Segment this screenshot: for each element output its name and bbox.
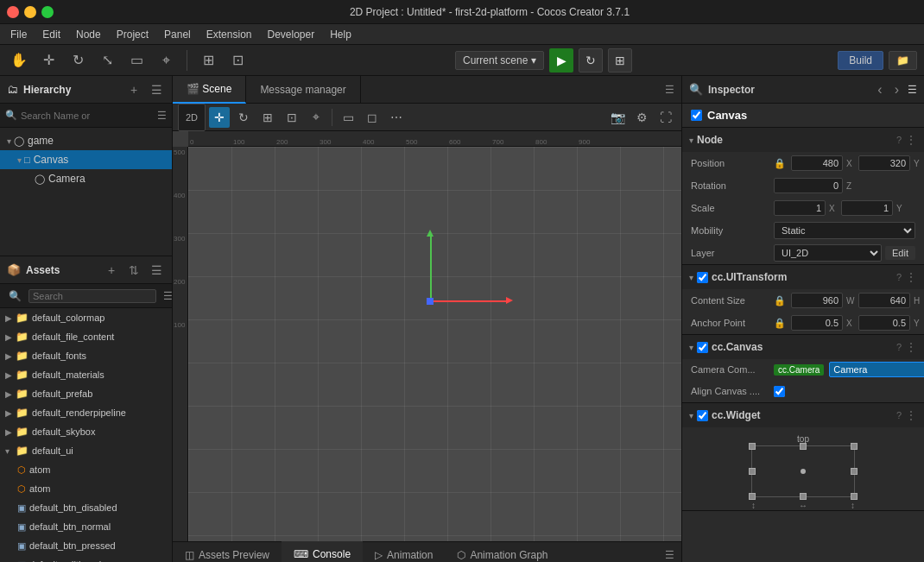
canvas-help-btn[interactable]: ? [896,342,902,352]
asset-atom-2[interactable]: ⬡ atom [0,479,172,498]
build-btn[interactable]: Build [838,51,883,70]
bottom-panel-menu-btn[interactable]: ☰ [658,549,681,561]
local-btn[interactable]: ⊞ [196,48,220,73]
tab-assets-preview[interactable]: ◫ Assets Preview [173,541,282,562]
minimize-btn[interactable]: − [24,6,36,18]
tab-animation-graph[interactable]: ⬡ Animation Graph [445,541,560,562]
anchor-btn[interactable]: ⌖ [306,107,326,128]
scene-canvas-area[interactable] [188,147,681,541]
widget-handle-mid-left[interactable] [749,468,756,475]
fullscreen-btn[interactable]: ⛶ [655,107,676,128]
canvas-section-header[interactable]: ▾ cc.Canvas ? ⋮ [682,335,924,359]
scene-menu-btn[interactable]: ☰ [658,84,681,96]
scene-view[interactable]: 0 100 200 300 400 500 600 700 800 900 50… [173,131,681,541]
maximize-btn[interactable]: + [41,6,54,18]
menu-developer[interactable]: Developer [260,27,321,42]
widget-enable-checkbox[interactable] [697,410,708,421]
widget-handle-top-mid[interactable] [800,443,807,450]
assets-menu-btn[interactable]: ☰ [148,263,165,277]
tree-item-game[interactable]: ▾ ◯ game [0,131,172,150]
asset-default-ui[interactable]: ▾ 📁 default_ui [0,441,172,460]
canvas-enable-checkbox[interactable] [691,110,702,121]
anchor-x-input[interactable] [791,315,843,331]
assets-add-btn[interactable]: + [103,263,120,277]
cam-btn[interactable]: 📷 [607,107,628,128]
asset-btn-normal[interactable]: ▣ default_btn_normal [0,517,172,536]
position-x-input[interactable] [791,155,843,171]
hierarchy-add-btn[interactable]: + [125,83,142,97]
rotation-z-input[interactable] [774,178,843,193]
close-btn[interactable]: × [7,6,19,18]
asset-btn-disabled[interactable]: ▣ default_btn_disabled [0,498,172,517]
canvas-enable-section-checkbox[interactable] [697,342,708,353]
settings-scene-btn[interactable]: ⚙ [631,107,652,128]
inspector-back-btn[interactable]: ‹ [874,82,885,98]
renderpipeline-arrow[interactable]: ▶ [5,408,16,418]
transform-tool-btn[interactable]: ⌖ [154,48,178,73]
widget-handle-bot-left[interactable] [749,493,756,500]
grid-btn[interactable]: ⊞ [608,48,632,73]
asset-editbox-bg[interactable]: ▣ default_editbox_bg [0,555,172,562]
play-btn[interactable]: ▶ [549,48,573,73]
colormap-arrow[interactable]: ▶ [5,313,16,323]
menu-file[interactable]: File [3,27,34,42]
skybox-arrow[interactable]: ▶ [5,427,16,437]
content-size-w-input[interactable] [791,293,843,308]
asset-default-renderpipeline[interactable]: ▶ 📁 default_renderpipeline [0,403,172,422]
asset-default-file-content[interactable]: ▶ 📁 default_file_content [0,327,172,346]
tab-console[interactable]: ⌨ Console [282,541,363,562]
assets-sort-btn[interactable]: ⇅ [125,263,142,277]
game-expand-arrow[interactable]: ▾ [3,136,14,146]
menu-help[interactable]: Help [323,27,358,42]
anchor-point-lock-icon[interactable]: 🔒 [774,318,786,329]
menu-edit[interactable]: Edit [35,27,67,42]
node-help-btn[interactable]: ? [896,135,902,145]
tab-animation[interactable]: ▷ Animation [363,541,445,562]
uitransform-section-header[interactable]: ▾ cc.UITransform ? ⋮ [682,265,924,289]
hierarchy-menu-btn[interactable]: ☰ [148,83,165,97]
node-more-btn[interactable]: ⋮ [905,133,917,147]
fonts-arrow[interactable]: ▶ [5,351,16,361]
widget-handle-mid-right[interactable] [851,468,858,475]
canvas-expand-arrow[interactable]: ▾ [14,155,24,165]
tab-scene[interactable]: 🎬 Scene [173,76,246,104]
refresh-btn[interactable]: ↻ [579,48,603,73]
camera-comp-input[interactable] [829,362,924,377]
align-canvas-checkbox[interactable] [774,386,785,397]
hand-tool-btn[interactable]: ✋ [7,48,31,73]
uitransform-help-btn[interactable]: ? [896,272,902,282]
menu-project[interactable]: Project [110,27,155,42]
content-size-h-input[interactable] [858,293,910,308]
tree-item-camera[interactable]: ◯ Camera [0,169,172,188]
misc-btn[interactable]: ⋯ [386,107,407,128]
position-lock-icon[interactable]: 🔒 [774,158,786,169]
canvas-more-btn[interactable]: ⋮ [905,340,917,354]
uitransform-more-btn[interactable]: ⋮ [905,270,917,284]
widget-handle-top-left[interactable] [749,443,756,450]
move-tool-btn[interactable]: ✛ [36,48,60,73]
inspector-forward-btn[interactable]: › [891,82,902,98]
tab-message-manager[interactable]: Message manager [246,76,360,104]
snap-btn[interactable]: ⊡ [282,107,302,128]
asset-btn-pressed[interactable]: ▣ default_btn_pressed [0,536,172,555]
assets-search-input[interactable] [28,289,156,303]
widget-handle-bot-mid[interactable] [800,493,807,500]
ui-arrow[interactable]: ▾ [5,446,16,456]
widget-help-btn[interactable]: ? [896,410,902,420]
tree-item-canvas[interactable]: ▾ □ Canvas [0,150,172,169]
pivot-btn[interactable]: ⊡ [225,48,250,73]
inspector-menu-btn[interactable]: ☰ [908,84,917,96]
rect-scene-btn[interactable]: ▭ [338,107,358,128]
layer-select[interactable]: UI_2D Default [774,244,882,262]
asset-default-materials[interactable]: ▶ 📁 default_materials [0,365,172,384]
scale-tool-btn[interactable]: ⤡ [95,48,119,73]
anchor-y-input[interactable] [858,315,910,331]
hierarchy-search-input[interactable] [21,111,154,121]
asset-atom-1[interactable]: ⬡ atom [0,460,172,479]
asset-default-skybox[interactable]: ▶ 📁 default_skybox [0,422,172,441]
asset-default-prefab[interactable]: ▶ 📁 default_prefab [0,384,172,403]
uitransform-enable-checkbox[interactable] [697,272,708,283]
node-scene-btn[interactable]: ◻ [362,107,383,128]
widget-handle-bot-right[interactable] [851,493,858,500]
asset-default-fonts[interactable]: ▶ 📁 default_fonts [0,346,172,365]
